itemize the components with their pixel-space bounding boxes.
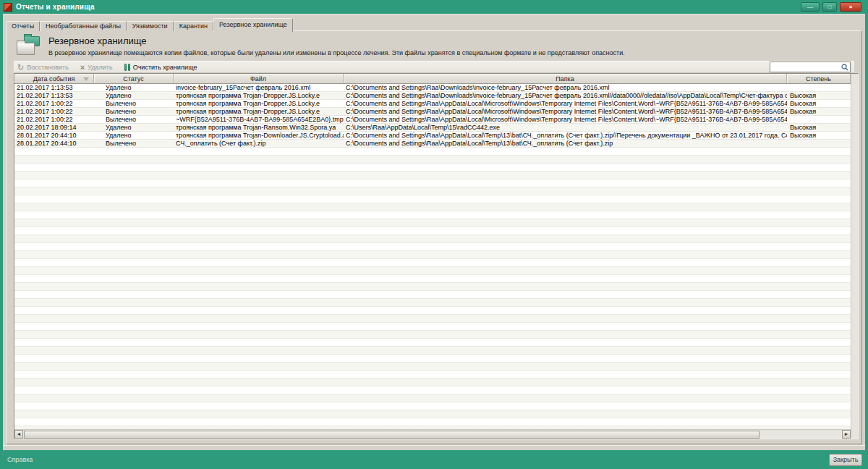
cell-status: Удалено <box>94 92 174 100</box>
cell-folder: C:\Documents and Settings\Raa\AppData\Lo… <box>344 100 787 108</box>
cell-status: Вылечено <box>94 116 174 124</box>
cell-status: Вылечено <box>94 100 174 108</box>
cell-file: ~WRF{B52A9511-376B-4AB7-BA99-585A654E2BA… <box>174 116 344 124</box>
column-header-date[interactable]: Дата события <box>14 74 94 83</box>
status-bar <box>3 445 865 450</box>
cell-severity: Высокая <box>787 124 851 132</box>
cell-file: троянская программа Trojan-Downloader.JS… <box>174 132 344 140</box>
tab-backup-storage[interactable]: Резервное хранилище <box>213 18 293 32</box>
page-title: Резервное хранилище <box>48 35 147 46</box>
minimize-button[interactable]: — <box>801 2 820 12</box>
cell-folder: C:\Users\Raa\AppData\Local\Temp\15\radCC… <box>344 124 787 132</box>
cell-event-date: 21.02.2017 1:13:53 <box>14 92 94 100</box>
table-row[interactable]: 20.02.2017 18:09:14 Удалено троянская пр… <box>14 124 851 132</box>
search-icon <box>841 64 848 71</box>
cell-file: троянская программа Trojan-Dropper.JS.Lo… <box>174 100 344 108</box>
cell-severity <box>787 84 851 92</box>
page-description: В резервное хранилище помещаются копии ф… <box>48 49 853 56</box>
cell-event-date: 28.01.2017 20:44:10 <box>14 140 94 148</box>
cell-file: троянская программа Trojan-Ransom.Win32.… <box>174 124 344 132</box>
maximize-button[interactable]: □ <box>822 2 837 12</box>
cell-severity: Высокая <box>787 132 851 140</box>
app-icon <box>4 3 12 12</box>
horizontal-scrollbar[interactable]: ◄ ► <box>14 429 851 439</box>
table-row[interactable]: 21.02.2017 1:13:53 Удалено invoice-febru… <box>14 84 851 92</box>
tab-bar: Отчеты Необработанные файлы Уязвимости К… <box>6 17 293 31</box>
cell-status: Удалено <box>94 124 174 132</box>
footer: Справка Закрыть <box>0 450 868 469</box>
title-bar: Отчеты и хранилища — □ × <box>0 0 868 14</box>
cell-severity <box>787 140 851 148</box>
table-header: Дата события Статус Файл Папка Степень <box>14 74 851 84</box>
tab-vulnerabilities[interactable]: Уязвимости <box>127 21 174 31</box>
backup-table: Дата события Статус Файл Папка Степень 2… <box>14 73 859 439</box>
cell-status: Вылечено <box>94 108 174 116</box>
dialog-body: Отчеты Необработанные файлы Уязвимости К… <box>3 14 865 450</box>
table-row[interactable]: 21.02.2017 1:00:22 Вылечено ~WRF{B52A951… <box>14 116 851 124</box>
column-header-status[interactable]: Статус <box>94 74 174 83</box>
cell-event-date: 21.02.2017 1:00:22 <box>14 100 94 108</box>
cell-file: invoice-february_15Расчет февраль 2016.x… <box>174 84 344 92</box>
vertical-scrollbar-track[interactable] <box>851 74 858 439</box>
restore-label: Восстановить <box>27 64 69 71</box>
cell-severity: Высокая <box>787 100 851 108</box>
clear-storage-button[interactable]: Очистить хранилище <box>124 64 197 71</box>
table-body: 21.02.2017 1:13:53 Удалено invoice-febru… <box>14 84 851 429</box>
scroll-left-icon[interactable]: ◄ <box>14 430 23 439</box>
clear-storage-icon <box>124 64 130 71</box>
cell-status: Удалено <box>94 84 174 92</box>
table-row[interactable]: 21.02.2017 1:13:53 Удалено троянская про… <box>14 92 851 100</box>
cell-folder: C:\Documents and Settings\Raa\AppData\Lo… <box>344 140 787 148</box>
search-box <box>770 62 851 72</box>
cell-file: троянская программа Trojan-Dropper.JS.Lo… <box>174 92 344 100</box>
table-row[interactable]: 28.01.2017 20:44:10 Вылечено СЧ._оплатит… <box>14 140 851 148</box>
tab-reports[interactable]: Отчеты <box>6 21 40 31</box>
window-title: Отчеты и хранилища <box>16 3 95 11</box>
cell-severity: Высокая <box>787 92 851 100</box>
folders-icon <box>17 35 43 57</box>
tab-quarantine[interactable]: Карантин <box>174 21 213 31</box>
cell-event-date: 21.02.2017 1:13:53 <box>14 84 94 92</box>
column-header-file[interactable]: Файл <box>174 74 344 83</box>
cell-status: Вылечено <box>94 140 174 148</box>
restore-button[interactable]: ↻ Восстановить <box>17 64 69 71</box>
cell-folder: C:\Documents and Settings\Raa\Downloads\… <box>344 92 787 100</box>
cell-severity <box>787 116 851 124</box>
page-header: Резервное хранилище В резервное хранилищ… <box>15 34 853 60</box>
cell-file: СЧ._оплатить (Счет факт.).zip <box>174 140 344 148</box>
cell-severity: Высокая <box>787 108 851 116</box>
tab-unprocessed-files[interactable]: Необработанные файлы <box>40 21 127 31</box>
search-input[interactable] <box>772 63 841 71</box>
toolbar: ↻ Восстановить × Удалить Очистить хранил… <box>14 61 854 73</box>
cell-status: Удалено <box>94 132 174 140</box>
delete-label: Удалить <box>88 64 112 71</box>
restore-icon: ↻ <box>17 64 24 71</box>
cell-event-date: 21.02.2017 1:00:22 <box>14 116 94 124</box>
table-row[interactable]: 28.01.2017 20:44:10 Удалено троянская пр… <box>14 132 851 140</box>
sort-descending-icon <box>83 77 89 81</box>
table-row[interactable]: 21.02.2017 1:00:22 Вылечено троянская пр… <box>14 100 851 108</box>
cell-folder: C:\Documents and Settings\Raa\AppData\Lo… <box>344 108 787 116</box>
column-header-folder[interactable]: Папка <box>344 74 787 83</box>
cell-folder: C:\Documents and Settings\Raa\AppData\Lo… <box>344 116 787 124</box>
cell-event-date: 20.02.2017 18:09:14 <box>14 124 94 132</box>
cell-folder: C:\Documents and Settings\Raa\Downloads\… <box>344 84 787 92</box>
clear-storage-label: Очистить хранилище <box>133 64 197 71</box>
close-window-button[interactable]: × <box>840 2 861 12</box>
window-controls: — □ × <box>801 2 861 12</box>
cell-file: троянская программа Trojan-Dropper.JS.Lo… <box>174 108 344 116</box>
cell-folder: C:\Documents and Settings\Raa\AppData\Lo… <box>344 132 787 140</box>
scrollbar-thumb[interactable] <box>24 431 760 439</box>
delete-icon: × <box>80 64 85 71</box>
cell-event-date: 28.01.2017 20:44:10 <box>14 132 94 140</box>
content-panel: Резервное хранилище В резервное хранилищ… <box>6 30 862 444</box>
table-row[interactable]: 21.02.2017 1:00:22 Вылечено троянская пр… <box>14 108 851 116</box>
delete-button[interactable]: × Удалить <box>80 64 113 71</box>
close-dialog-button[interactable]: Закрыть <box>829 454 862 466</box>
scroll-right-icon[interactable]: ► <box>842 430 851 439</box>
cell-event-date: 21.02.2017 1:00:22 <box>14 108 94 116</box>
column-header-severity[interactable]: Степень <box>787 74 851 83</box>
help-link[interactable]: Справка <box>7 456 33 463</box>
